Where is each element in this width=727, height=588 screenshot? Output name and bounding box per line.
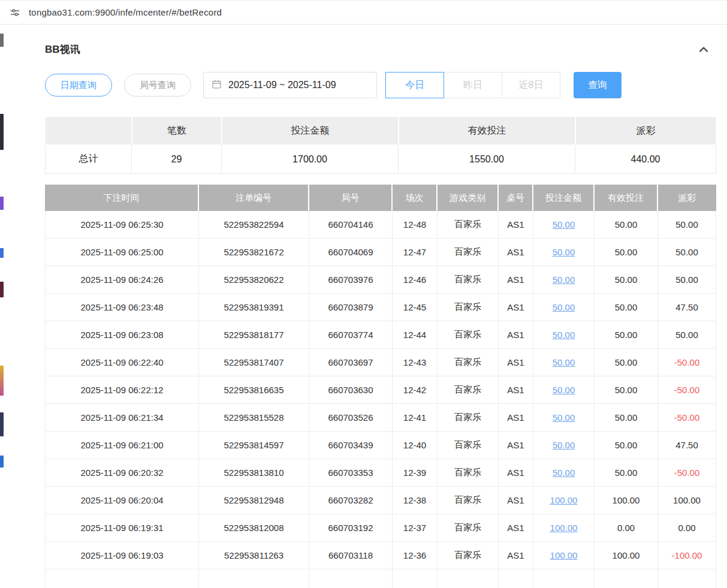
summary-count-value: 29 [132,145,222,174]
cell-round-no: 660703439 [309,432,393,459]
cell-payout [658,569,716,588]
header-bet-amount: 投注金额 [533,185,595,211]
cell-bet-time: 2025-11-09 06:20:04 [45,487,199,514]
table-row: 2025-11-09 06:23:08 522953818177 6607037… [45,321,716,349]
cell-bet-time: 2025-11-09 06:22:12 [45,376,199,404]
round-query-tab[interactable]: 局号查询 [124,74,191,97]
cell-valid-bet: 50.00 [595,294,658,321]
cell-game-type: 百家乐 [438,404,499,432]
cell-round-no: 660703697 [309,349,393,376]
site-info-icon[interactable] [9,7,21,19]
cell-round-no: 660703192 [309,514,393,542]
cell-session: 12-36 [393,542,438,569]
summary-header-row: 笔数 投注金额 有效投注 派彩 [45,116,716,145]
bet-amount-link[interactable]: 50.00 [553,412,575,423]
table-row: 2025-11-09 06:21:34 522953815528 6607035… [45,404,716,432]
header-game-type: 游戏类别 [438,185,499,211]
cell-game-type: 百家乐 [438,376,499,404]
cell-table-no: AS1 [499,349,533,376]
bet-amount-link[interactable]: 50.00 [553,385,575,395]
collapse-icon[interactable] [697,43,710,56]
cell-order-no: 522953811263 [199,542,309,569]
cell-round-no [309,569,393,588]
cell-bet-amount: 50.00 [533,404,595,432]
cell-bet-amount [533,569,595,588]
bet-amount-link[interactable]: 50.00 [553,440,575,450]
date-query-tab[interactable]: 日期查询 [45,74,112,97]
cell-session: 12-39 [393,459,438,487]
bet-amount-link[interactable]: 50.00 [553,468,575,478]
bet-table-body: 2025-11-09 06:25:30 522953822594 6607041… [45,211,716,588]
bet-amount-link[interactable]: 50.00 [553,357,575,367]
cell-payout: -50.00 [658,404,716,432]
today-button[interactable]: 今日 [385,72,444,98]
cell-order-no: 522953812008 [199,514,309,542]
cell-payout: 50.00 [658,239,716,266]
cell-payout: -100.00 [658,542,716,569]
summary-bet-amount-value: 1700.00 [222,145,399,174]
cell-order-no: 522953819391 [199,294,309,321]
bet-amount-link[interactable]: 50.00 [553,275,575,285]
bet-amount-link[interactable]: 100.00 [550,495,578,505]
cell-game-type: 百家乐 [438,211,499,239]
search-button[interactable]: 查询 [574,72,622,98]
cell-bet-time: 2025-11-09 06:24:26 [45,266,199,294]
bet-amount-link[interactable]: 50.00 [553,330,575,340]
cell-game-type: 百家乐 [438,432,499,459]
quick-date-group: 今日 昨日 近8日 [385,72,560,98]
cell-game-type: 百家乐 [438,487,499,514]
cell-round-no: 660703353 [309,459,393,487]
cell-table-no: AS1 [499,404,533,432]
table-row: 2025-11-09 06:20:32 522953813810 6607033… [45,459,716,487]
url-text: tongbao31.com:9900/infe/mcenter/#/betRec… [29,7,222,17]
bet-amount-link[interactable]: 100.00 [550,550,578,560]
cell-order-no: 522953818177 [199,321,309,349]
cell-valid-bet: 50.00 [595,432,658,459]
cell-payout: -50.00 [658,349,716,376]
cell-round-no: 660703976 [309,266,393,294]
cell-bet-amount: 50.00 [533,376,595,404]
bet-amount-link[interactable]: 100.00 [550,523,578,533]
cell-valid-bet: 50.00 [595,376,658,404]
cell-order-no: 522953820622 [199,266,309,294]
bet-record-panel: BB视讯 日期查询 局号查询 2025-11-09 ~ 2025-11-09 今… [45,43,716,588]
date-range-value: 2025-11-09 ~ 2025-11-09 [228,80,336,91]
cell-valid-bet: 100.00 [595,542,658,569]
cell-round-no: 660703879 [309,294,393,321]
summary-header-blank [45,116,132,145]
cell-bet-amount: 50.00 [533,432,595,459]
summary-header-bet-amount: 投注金额 [222,116,399,145]
cell-order-no: 522953814597 [199,432,309,459]
yesterday-button[interactable]: 昨日 [444,72,502,98]
bet-amount-link[interactable]: 50.00 [553,247,575,257]
cell-bet-amount: 50.00 [533,266,595,294]
bet-amount-link[interactable]: 50.00 [553,219,575,230]
header-order-no: 注单编号 [199,185,309,211]
cell-session: 12-42 [393,376,438,404]
cell-order-no: 522953815528 [199,404,309,432]
table-row-partial [45,569,716,588]
summary-header-count: 笔数 [132,116,222,145]
bet-amount-link[interactable]: 50.00 [553,302,575,312]
summary-total-label: 总计 [45,145,132,174]
cell-payout: 100.00 [658,487,716,514]
summary-table: 笔数 投注金额 有效投注 派彩 总计 29 1700.00 1550.00 44… [45,116,716,174]
summary-payout-value: 440.00 [575,145,716,174]
cell-session: 12-45 [393,294,438,321]
last-8-days-button[interactable]: 近8日 [502,72,560,98]
cell-game-type [438,569,499,588]
address-bar[interactable]: tongbao31.com:9900/infe/mcenter/#/betRec… [0,0,727,25]
cell-bet-time: 2025-11-09 06:23:08 [45,321,199,349]
cell-valid-bet: 50.00 [595,349,658,376]
cell-game-type: 百家乐 [438,266,499,294]
cell-round-no: 660703118 [309,542,393,569]
cell-game-type: 百家乐 [438,321,499,349]
cell-valid-bet: 0.00 [595,514,658,542]
cell-bet-time: 2025-11-09 06:20:32 [45,459,199,487]
date-range-picker[interactable]: 2025-11-09 ~ 2025-11-09 [203,72,377,98]
cell-round-no: 660703526 [309,404,393,432]
cell-valid-bet: 50.00 [595,321,658,349]
cell-session: 12-41 [393,404,438,432]
cell-game-type: 百家乐 [438,542,499,569]
cell-table-no: AS1 [499,376,533,404]
